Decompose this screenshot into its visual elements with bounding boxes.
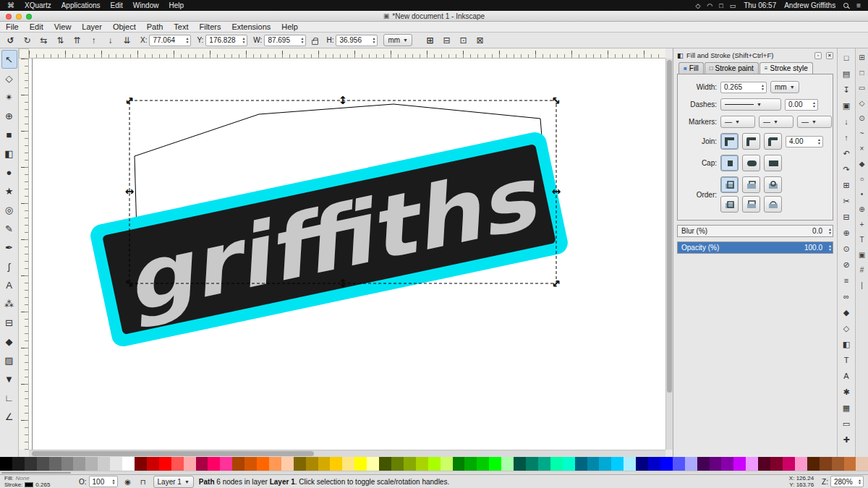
save-icon[interactable]: ↧ (839, 82, 854, 98)
h-input[interactable]: 36.956 ▲▼ (336, 35, 378, 46)
raise-icon[interactable]: ↑ (86, 34, 101, 47)
palette-swatch[interactable] (563, 457, 575, 471)
cap-round-button[interactable] (742, 155, 760, 171)
y-input[interactable]: 176.828 ▲▼ (205, 35, 247, 46)
snap-object-centers-icon[interactable]: ⊕ (856, 202, 868, 217)
palette-swatch[interactable] (832, 457, 844, 471)
palette-swatch[interactable] (660, 457, 673, 471)
h-spin-buttons[interactable]: ▲▼ (372, 37, 375, 43)
macos-menu-item[interactable]: Edit (111, 1, 123, 9)
palette-swatch[interactable] (550, 457, 563, 471)
order-markers-fill-stroke-button[interactable] (764, 176, 782, 193)
affect-corners-icon[interactable]: ⊡ (456, 34, 471, 47)
palette-swatch[interactable] (367, 457, 379, 471)
clone-icon[interactable]: ∞ (839, 288, 854, 304)
apple-menu-icon[interactable]: ⌘ (7, 1, 14, 9)
stroke-swatch[interactable] (25, 482, 33, 487)
snap-nodes-icon[interactable]: ⊙ (856, 111, 868, 126)
notification-center-icon[interactable]: ≡ (856, 1, 861, 9)
palette-swatch[interactable] (257, 457, 269, 471)
rectangle-tool[interactable]: ■ (1, 125, 17, 144)
opacity-slider[interactable]: Opacity (%) 100.0 ▲▼ (677, 241, 833, 254)
object-opacity-input[interactable]: 100 ▲▼ (89, 476, 118, 487)
fill-stroke-indicator[interactable]: Fill: None Stroke: 0.265 (4, 475, 71, 488)
horizontal-scrollbar-thumb[interactable] (32, 451, 314, 456)
menubar-username[interactable]: Andrew Griffiths (784, 1, 835, 9)
order-stroke-fill-markers-button[interactable] (742, 176, 760, 193)
palette-swatch[interactable] (611, 457, 624, 471)
blur-slider[interactable]: Blur (%) 0.0 ▲▼ (677, 225, 833, 237)
order-stroke-markers-fill-button[interactable] (742, 196, 760, 213)
fill-stroke-dialog-icon[interactable]: ◧ (839, 336, 854, 352)
palette-swatch[interactable] (697, 457, 710, 471)
palette-swatch[interactable] (770, 457, 783, 471)
spotlight-search-icon[interactable] (843, 3, 848, 8)
flip-vertical-icon[interactable]: ⇅ (53, 34, 68, 47)
palette-swatch[interactable] (98, 457, 110, 471)
menu-item[interactable]: Filters (200, 22, 221, 31)
palette-swatch[interactable] (306, 457, 318, 471)
connector-tool[interactable]: ∟ (1, 388, 17, 407)
menu-item[interactable]: Extensions (231, 22, 271, 31)
raise-to-top-icon[interactable]: ⇈ (69, 34, 85, 47)
palette-swatch[interactable] (37, 457, 49, 471)
node-tool[interactable]: ◇ (1, 69, 17, 87)
scale-handle-left[interactable]: ↔ (125, 185, 135, 198)
snap-page-border-icon[interactable]: ▣ (856, 247, 868, 262)
group-icon[interactable]: ◆ (839, 304, 854, 320)
palette-swatch[interactable] (269, 457, 281, 471)
palette-swatch[interactable] (330, 457, 342, 471)
object-opacity-spin-buttons[interactable]: ▲▼ (112, 479, 116, 485)
macos-menu-item[interactable]: Help (169, 1, 184, 9)
display-icon[interactable]: □ (719, 2, 723, 9)
marker-select-1[interactable]: —▼ (720, 116, 755, 128)
macos-menu-item[interactable]: Applications (61, 1, 101, 9)
palette-swatch[interactable] (25, 457, 37, 471)
zoom-tool[interactable]: ⊕ (1, 106, 17, 125)
glyphs-dialog-icon[interactable]: A (839, 368, 854, 384)
palette-swatch[interactable] (673, 457, 685, 471)
scale-handle-bottom-right[interactable]: ↔ (548, 275, 564, 291)
palette-swatch[interactable] (244, 457, 257, 471)
palette-swatch[interactable] (49, 457, 61, 471)
export-icon[interactable]: ↑ (839, 129, 854, 145)
box3d-tool[interactable]: ◧ (1, 144, 17, 163)
snap-rotation-centers-icon[interactable]: + (856, 217, 868, 232)
zoom-selection-icon[interactable]: ⊕ (839, 225, 854, 241)
macos-menu-item[interactable]: Window (133, 1, 159, 9)
units-select[interactable]: mm ▼ (383, 34, 412, 46)
palette-swatch[interactable] (342, 457, 354, 471)
flip-horizontal-icon[interactable]: ⇆ (36, 34, 51, 47)
w-input[interactable]: 87.695 ▲▼ (264, 35, 306, 46)
lower-icon[interactable]: ↓ (103, 34, 118, 47)
calligraphy-tool[interactable]: ʃ (1, 257, 17, 275)
scale-handle-top[interactable]: ↕ (339, 94, 348, 107)
close-window-button[interactable] (6, 14, 12, 20)
order-markers-stroke-fill-button[interactable] (764, 196, 782, 213)
cap-square-button[interactable] (764, 155, 782, 171)
gradient-tool[interactable]: ▨ (1, 351, 17, 369)
palette-swatch[interactable] (294, 457, 306, 471)
menu-item[interactable]: File (6, 22, 19, 31)
palette-swatch[interactable] (110, 457, 122, 471)
tab-stroke-paint[interactable]: □Stroke paint (705, 62, 759, 74)
layer-select[interactable]: Layer 1 ▼ (153, 476, 194, 488)
shield-icon[interactable]: ◇ (695, 2, 700, 9)
import-icon[interactable]: ↓ (839, 114, 854, 129)
zoom-input[interactable]: 280% ▲▼ (830, 476, 864, 487)
palette-swatch[interactable] (159, 457, 171, 471)
join-bevel-button[interactable] (764, 133, 782, 150)
bucket-fill-tool[interactable]: ◆ (1, 332, 17, 351)
menu-item[interactable]: Edit (30, 22, 43, 31)
griffiths-logo[interactable]: griffiths (88, 130, 570, 348)
menu-item[interactable]: Path (147, 22, 163, 31)
palette-swatch[interactable] (122, 457, 135, 471)
palette-swatch[interactable] (416, 457, 428, 471)
xml-editor-icon[interactable]: ✱ (839, 384, 854, 400)
snap-grids-icon[interactable]: # (856, 262, 868, 278)
affect-move-icon[interactable]: ⊞ (422, 34, 438, 47)
palette-swatch[interactable] (147, 457, 159, 471)
open-icon[interactable]: ▤ (839, 66, 854, 82)
palette-swatch[interactable] (171, 457, 184, 471)
palette-swatch[interactable] (208, 457, 220, 471)
